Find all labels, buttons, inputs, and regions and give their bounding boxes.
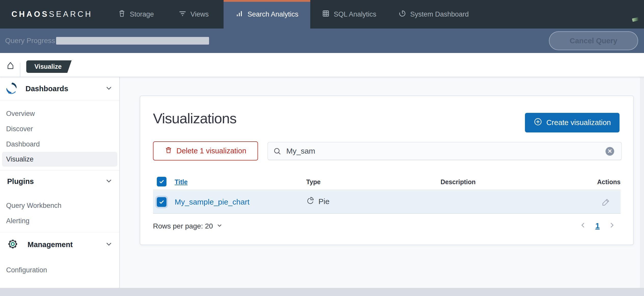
chevron-down-icon [106, 85, 112, 92]
search-field: ✕ [267, 142, 622, 160]
cancel-query-button[interactable]: Cancel Query [549, 31, 638, 50]
breadcrumb: Visualize [0, 53, 644, 77]
gauge-pie-icon [398, 9, 406, 19]
sidebar-item-alerting[interactable]: Alerting [0, 213, 119, 228]
nav-item-label: Storage [130, 10, 154, 18]
delete-visualization-label: Delete 1 visualization [176, 147, 246, 155]
footer-strip [0, 288, 644, 296]
nav-item-sql-analytics[interactable]: SQL Analytics [322, 0, 376, 29]
gear-icon [7, 238, 19, 251]
sidebar-section-title: Management [28, 240, 73, 249]
nav-item-label: Search Analytics [248, 10, 299, 18]
chevron-down-icon [216, 222, 223, 230]
breadcrumb-tag-visualize[interactable]: Visualize [26, 60, 72, 73]
page-scrollbar[interactable] [640, 77, 644, 288]
sidebar-item-dashboard[interactable]: Dashboard [0, 137, 119, 152]
sidebar-section-title: Dashboards [25, 85, 68, 93]
search-input[interactable] [286, 142, 534, 160]
create-visualization-button[interactable]: Create visualization [525, 113, 620, 132]
nav-item-label: Views [190, 10, 209, 18]
sidebar-section-management[interactable]: Management [0, 232, 119, 257]
sidebar-item-discover[interactable]: Discover [0, 121, 119, 137]
query-progress-bar [56, 37, 209, 45]
pie-chart-icon [306, 196, 314, 206]
next-page-icon[interactable] [608, 222, 615, 230]
storage-bucket-icon [118, 9, 126, 19]
views-filter-icon [178, 9, 187, 19]
visualization-type-cell: Pie [306, 196, 329, 206]
logo-bold: CHAOS [11, 10, 49, 19]
bar-chart-icon [236, 9, 244, 19]
avatar[interactable] [632, 17, 639, 22]
row-checkbox[interactable] [157, 197, 166, 207]
delete-visualization-button[interactable]: Delete 1 visualization [153, 141, 258, 160]
clear-search-icon[interactable]: ✕ [606, 147, 614, 156]
column-header-type: Type [306, 178, 321, 186]
query-progress-label: Query Progress [5, 29, 55, 53]
grid-table-icon [322, 9, 330, 19]
nav-item-views[interactable]: Views [178, 0, 209, 29]
sidebar-item-configuration[interactable]: Configuration [0, 262, 119, 278]
page-number[interactable]: 1 [595, 221, 600, 230]
top-navbar: CHAOSSEARCH Storage Views [0, 0, 644, 29]
column-header-actions: Actions [597, 178, 621, 186]
previous-page-icon[interactable] [579, 222, 587, 230]
breadcrumb-tag-slant [67, 60, 72, 73]
breadcrumb-tag-label: Visualize [26, 60, 67, 73]
trash-icon [165, 146, 172, 156]
rows-per-page-control[interactable]: Rows per page: 20 [153, 222, 223, 230]
visualization-title-link[interactable]: My_sample_pie_chart [175, 198, 249, 206]
page-title: Visualizations [153, 110, 236, 127]
chaossearch-logo[interactable]: CHAOSSEARCH [11, 0, 93, 29]
query-progress-bar-row: Query Progress Cancel Query [0, 29, 644, 53]
column-header-title[interactable]: Title [175, 178, 188, 186]
visualizations-panel: Visualizations Create visualization Dele… [140, 96, 634, 245]
sidebar-section-title: Plugins [7, 177, 34, 186]
sidebar-item-visualize[interactable]: Visualize [2, 152, 117, 167]
breadcrumb-divider [20, 63, 20, 77]
table-header: Title Type Description Actions [153, 176, 621, 190]
nav-item-label: System Dashboard [410, 10, 469, 18]
page: CHAOSSEARCH Storage Views [0, 0, 644, 296]
visualization-type-label: Pie [318, 197, 329, 206]
nav-item-system-dashboard[interactable]: System Dashboard [398, 0, 469, 29]
rows-per-page-label: Rows per page: 20 [153, 222, 213, 230]
create-visualization-label: Create visualization [546, 118, 611, 127]
nav-item-label: SQL Analytics [334, 10, 376, 18]
logo-light: SEARCH [49, 10, 93, 19]
dashboards-logo [5, 82, 18, 96]
sidebar: Dashboards Overview Discover Dashboard V… [0, 77, 120, 288]
sidebar-item-query-workbench[interactable]: Query Workbench [0, 198, 119, 213]
column-header-description: Description [441, 178, 476, 186]
chevron-down-icon [106, 241, 112, 248]
edit-pencil-icon[interactable] [602, 198, 610, 207]
chevron-down-icon [106, 178, 112, 185]
sidebar-section-dashboards[interactable]: Dashboards [0, 77, 119, 100]
table-row: My_sample_pie_chart Pie [153, 191, 621, 214]
pagination: 1 [579, 221, 615, 230]
nav-item-storage[interactable]: Storage [118, 0, 154, 29]
nav-tab-search-analytics[interactable]: Search Analytics [224, 0, 310, 29]
home-icon[interactable] [6, 61, 15, 70]
plus-circle-icon [534, 117, 542, 128]
select-all-checkbox[interactable] [157, 177, 166, 186]
sidebar-item-overview[interactable]: Overview [0, 106, 119, 121]
sidebar-section-plugins[interactable]: Plugins [0, 170, 119, 192]
